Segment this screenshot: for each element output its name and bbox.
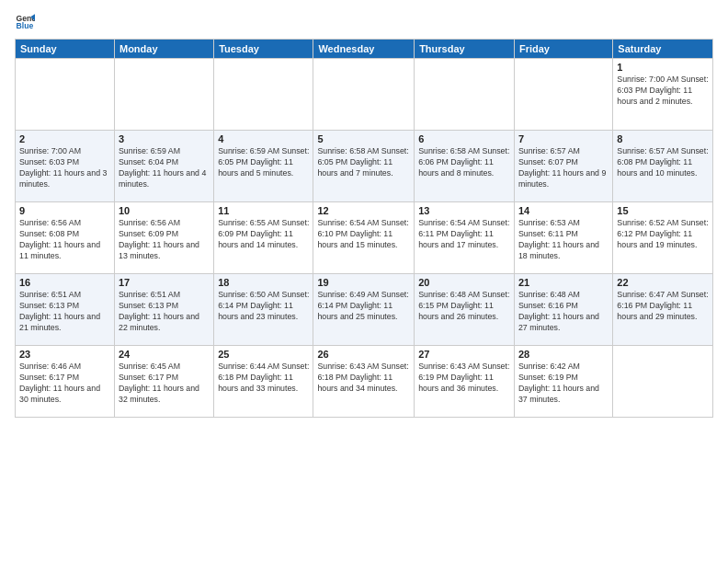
day-number: 17: [119, 277, 210, 288]
calendar-cell: 23Sunrise: 6:46 AM Sunset: 6:17 PM Dayli…: [16, 346, 115, 418]
calendar-cell: 17Sunrise: 6:51 AM Sunset: 6:13 PM Dayli…: [114, 274, 213, 346]
calendar-week-row: 23Sunrise: 6:46 AM Sunset: 6:17 PM Dayli…: [16, 346, 713, 418]
day-info: Sunrise: 6:59 AM Sunset: 6:05 PM Dayligh…: [218, 146, 309, 179]
calendar-weekday-wednesday: Wednesday: [313, 40, 415, 59]
day-number: 22: [617, 277, 709, 288]
calendar-cell: 5Sunrise: 6:58 AM Sunset: 6:05 PM Daylig…: [313, 131, 415, 202]
calendar-weekday-sunday: Sunday: [16, 40, 115, 59]
day-info: Sunrise: 6:51 AM Sunset: 6:13 PM Dayligh…: [19, 290, 110, 334]
calendar-week-row: 16Sunrise: 6:51 AM Sunset: 6:13 PM Dayli…: [16, 274, 713, 346]
calendar-cell: 26Sunrise: 6:43 AM Sunset: 6:18 PM Dayli…: [313, 346, 415, 418]
calendar-cell: 18Sunrise: 6:50 AM Sunset: 6:14 PM Dayli…: [214, 274, 313, 346]
page-header: General Blue: [15, 11, 713, 31]
calendar-cell: 10Sunrise: 6:56 AM Sunset: 6:09 PM Dayli…: [114, 202, 213, 274]
day-number: 26: [317, 349, 410, 360]
day-number: 27: [418, 349, 510, 360]
calendar-weekday-saturday: Saturday: [613, 40, 713, 59]
calendar-week-row: 2Sunrise: 7:00 AM Sunset: 6:03 PM Daylig…: [16, 131, 713, 202]
calendar-week-row: 9Sunrise: 6:56 AM Sunset: 6:08 PM Daylig…: [16, 202, 713, 274]
day-info: Sunrise: 6:51 AM Sunset: 6:13 PM Dayligh…: [119, 290, 210, 334]
day-info: Sunrise: 6:48 AM Sunset: 6:15 PM Dayligh…: [418, 290, 510, 323]
day-number: 8: [617, 133, 709, 144]
calendar-cell: 8Sunrise: 6:57 AM Sunset: 6:08 PM Daylig…: [613, 131, 713, 202]
day-info: Sunrise: 6:57 AM Sunset: 6:08 PM Dayligh…: [617, 146, 709, 179]
calendar-cell: 9Sunrise: 6:56 AM Sunset: 6:08 PM Daylig…: [16, 202, 115, 274]
day-info: Sunrise: 6:53 AM Sunset: 6:11 PM Dayligh…: [518, 218, 609, 262]
calendar-cell: 21Sunrise: 6:48 AM Sunset: 6:16 PM Dayli…: [514, 274, 612, 346]
calendar-cell: 6Sunrise: 6:58 AM Sunset: 6:06 PM Daylig…: [415, 131, 515, 202]
day-info: Sunrise: 6:58 AM Sunset: 6:06 PM Dayligh…: [418, 146, 510, 179]
day-number: 21: [518, 277, 609, 288]
day-info: Sunrise: 6:57 AM Sunset: 6:07 PM Dayligh…: [518, 146, 609, 190]
day-number: 13: [418, 205, 510, 216]
day-info: Sunrise: 6:46 AM Sunset: 6:17 PM Dayligh…: [19, 362, 110, 406]
calendar-cell: [514, 59, 612, 131]
calendar-cell: [16, 59, 115, 131]
day-number: 2: [19, 133, 110, 144]
day-info: Sunrise: 6:43 AM Sunset: 6:18 PM Dayligh…: [317, 362, 410, 395]
calendar-cell: 13Sunrise: 6:54 AM Sunset: 6:11 PM Dayli…: [415, 202, 515, 274]
day-number: 16: [19, 277, 110, 288]
day-number: 18: [218, 277, 309, 288]
calendar-cell: [613, 346, 713, 418]
day-number: 23: [19, 349, 110, 360]
day-number: 12: [317, 205, 410, 216]
day-info: Sunrise: 6:49 AM Sunset: 6:14 PM Dayligh…: [317, 290, 410, 323]
calendar-cell: 20Sunrise: 6:48 AM Sunset: 6:15 PM Dayli…: [415, 274, 515, 346]
day-info: Sunrise: 6:55 AM Sunset: 6:09 PM Dayligh…: [218, 218, 309, 251]
calendar-cell: 4Sunrise: 6:59 AM Sunset: 6:05 PM Daylig…: [214, 131, 313, 202]
day-number: 7: [518, 133, 609, 144]
calendar-cell: [114, 59, 213, 131]
calendar-cell: 28Sunrise: 6:42 AM Sunset: 6:19 PM Dayli…: [514, 346, 612, 418]
logo-icon: General Blue: [15, 11, 35, 31]
day-info: Sunrise: 6:58 AM Sunset: 6:05 PM Dayligh…: [317, 146, 410, 179]
logo: General Blue: [15, 11, 37, 31]
calendar-table: SundayMondayTuesdayWednesdayThursdayFrid…: [15, 39, 713, 418]
day-info: Sunrise: 6:54 AM Sunset: 6:10 PM Dayligh…: [317, 218, 410, 251]
day-number: 25: [218, 349, 309, 360]
calendar-cell: 24Sunrise: 6:45 AM Sunset: 6:17 PM Dayli…: [114, 346, 213, 418]
day-number: 28: [518, 349, 609, 360]
day-number: 19: [317, 277, 410, 288]
calendar-cell: 22Sunrise: 6:47 AM Sunset: 6:16 PM Dayli…: [613, 274, 713, 346]
day-number: 20: [418, 277, 510, 288]
day-number: 3: [119, 133, 210, 144]
day-number: 6: [418, 133, 510, 144]
day-info: Sunrise: 6:50 AM Sunset: 6:14 PM Dayligh…: [218, 290, 309, 323]
day-info: Sunrise: 7:00 AM Sunset: 6:03 PM Dayligh…: [19, 146, 110, 190]
calendar-header-row: SundayMondayTuesdayWednesdayThursdayFrid…: [16, 40, 713, 59]
day-info: Sunrise: 6:56 AM Sunset: 6:08 PM Dayligh…: [19, 218, 110, 262]
svg-text:Blue: Blue: [17, 21, 34, 30]
day-number: 15: [617, 205, 709, 216]
calendar-week-row: 1Sunrise: 7:00 AM Sunset: 6:03 PM Daylig…: [16, 59, 713, 131]
day-info: Sunrise: 6:52 AM Sunset: 6:12 PM Dayligh…: [617, 218, 709, 251]
day-info: Sunrise: 6:43 AM Sunset: 6:19 PM Dayligh…: [418, 362, 510, 395]
calendar-cell: [415, 59, 515, 131]
calendar-cell: 25Sunrise: 6:44 AM Sunset: 6:18 PM Dayli…: [214, 346, 313, 418]
day-number: 11: [218, 205, 309, 216]
calendar-cell: [214, 59, 313, 131]
calendar-cell: 15Sunrise: 6:52 AM Sunset: 6:12 PM Dayli…: [613, 202, 713, 274]
day-number: 10: [119, 205, 210, 216]
calendar-cell: [313, 59, 415, 131]
calendar-cell: 27Sunrise: 6:43 AM Sunset: 6:19 PM Dayli…: [415, 346, 515, 418]
calendar-weekday-tuesday: Tuesday: [214, 40, 313, 59]
day-info: Sunrise: 7:00 AM Sunset: 6:03 PM Dayligh…: [617, 75, 709, 108]
day-info: Sunrise: 6:59 AM Sunset: 6:04 PM Dayligh…: [119, 146, 210, 190]
calendar-cell: 14Sunrise: 6:53 AM Sunset: 6:11 PM Dayli…: [514, 202, 612, 274]
day-number: 24: [119, 349, 210, 360]
day-number: 1: [617, 62, 709, 73]
calendar-cell: 3Sunrise: 6:59 AM Sunset: 6:04 PM Daylig…: [114, 131, 213, 202]
day-info: Sunrise: 6:47 AM Sunset: 6:16 PM Dayligh…: [617, 290, 709, 323]
day-number: 4: [218, 133, 309, 144]
calendar-weekday-friday: Friday: [514, 40, 612, 59]
day-info: Sunrise: 6:54 AM Sunset: 6:11 PM Dayligh…: [418, 218, 510, 251]
day-number: 14: [518, 205, 609, 216]
day-number: 9: [19, 205, 110, 216]
day-info: Sunrise: 6:42 AM Sunset: 6:19 PM Dayligh…: [518, 362, 609, 406]
calendar-cell: 1Sunrise: 7:00 AM Sunset: 6:03 PM Daylig…: [613, 59, 713, 131]
calendar-cell: 19Sunrise: 6:49 AM Sunset: 6:14 PM Dayli…: [313, 274, 415, 346]
calendar-cell: 7Sunrise: 6:57 AM Sunset: 6:07 PM Daylig…: [514, 131, 612, 202]
calendar-weekday-thursday: Thursday: [415, 40, 515, 59]
calendar-weekday-monday: Monday: [114, 40, 213, 59]
